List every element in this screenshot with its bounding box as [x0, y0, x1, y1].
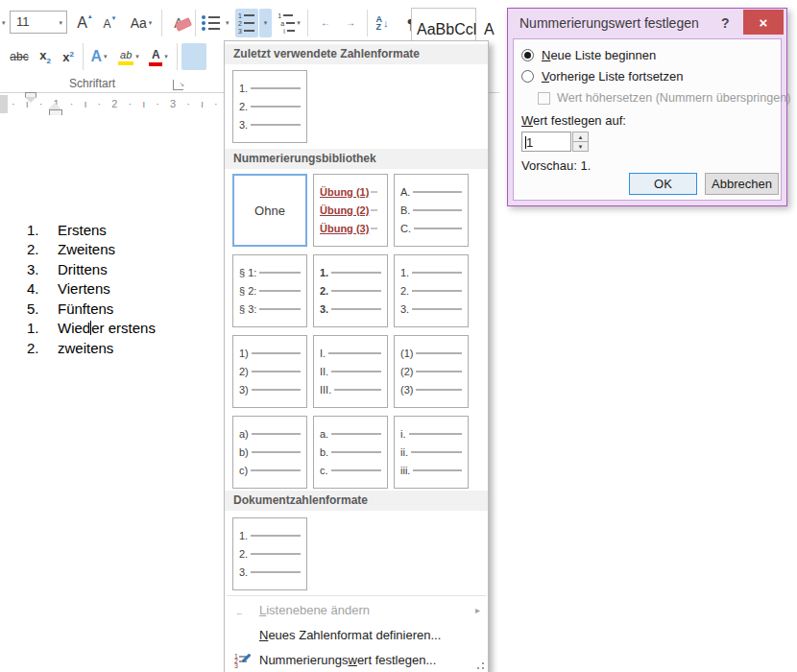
- font-size-combo-arrow[interactable]: ▾: [59, 19, 62, 27]
- document-formats-header: Dokumentzahlenformate: [225, 491, 488, 511]
- spin-up-button[interactable]: ▲: [573, 132, 588, 142]
- styles-gallery-item-next[interactable]: A: [484, 21, 495, 38]
- text-effects-button[interactable]: A ▾: [86, 44, 111, 69]
- list-item[interactable]: 2.zweitens: [27, 339, 113, 358]
- cancel-button[interactable]: Abbrechen: [705, 173, 779, 195]
- numbering-tile-paren-full[interactable]: (1) (2) (3): [394, 335, 469, 408]
- sort-button[interactable]: AZ ↓: [371, 11, 394, 36]
- grow-font-button[interactable]: A ▲: [74, 11, 96, 36]
- grow-font-caret-icon: ▲: [87, 13, 93, 19]
- ok-button[interactable]: OK: [629, 173, 697, 195]
- numbering-tile-roman-upper[interactable]: I. II. III.: [313, 335, 388, 408]
- text-effects-caret-icon: ▾: [104, 53, 108, 60]
- numbering-tile-alpha-dot[interactable]: a. b. c.: [313, 416, 388, 489]
- shrink-font-letter: A: [104, 17, 111, 31]
- font-color-button[interactable]: A ▾: [146, 44, 171, 69]
- menu-item-set-numbering-value[interactable]: 1 2 3 Nummerierungswert festlegen...: [225, 648, 488, 672]
- numbering-tile-number-plain[interactable]: 1. 2. 3.: [394, 254, 469, 327]
- font-size-combo[interactable]: 11 ▾: [10, 11, 67, 34]
- highlight-color-button[interactable]: ab ▾: [115, 44, 142, 69]
- menu-resize-grip[interactable]: [472, 658, 484, 669]
- numbering-tile-alpha-paren[interactable]: a) b) c): [232, 416, 307, 489]
- list-item[interactable]: 5.Fünftens: [27, 300, 113, 319]
- set-value-label: Wert festlegen auf:: [521, 113, 626, 128]
- numbering-dropdown-menu: Zuletzt verwendete Zahlenformate 1. 2. 3…: [224, 40, 489, 672]
- numbering-tile-none[interactable]: Ohne: [232, 174, 307, 247]
- change-case-caret-icon: ▾: [149, 19, 153, 27]
- increase-indent-button[interactable]: →: [338, 11, 361, 36]
- checkbox-advance-value[interactable]: [538, 92, 550, 105]
- numbering-tile-section[interactable]: § 1: § 2: § 3:: [232, 254, 307, 327]
- value-spinner: ▲ ▼: [572, 132, 589, 152]
- ruler-margin-block: [0, 95, 8, 113]
- decrease-indent-button[interactable]: ←: [313, 11, 336, 36]
- font-color-icon: A: [149, 48, 162, 66]
- multilevel-caret-icon: ▾: [297, 19, 301, 27]
- first-line-indent-marker-tip: [25, 97, 36, 103]
- sort-icon: AZ ↓: [376, 15, 389, 31]
- numbering-caret-button[interactable]: ▾: [259, 9, 272, 37]
- clear-formatting-icon: A: [174, 15, 182, 31]
- align-left-button[interactable]: [181, 43, 206, 70]
- numbering-caret-icon: ▾: [264, 19, 268, 27]
- change-case-icon: Aa: [131, 15, 147, 31]
- radio-new-list[interactable]: [521, 49, 534, 61]
- dialog-close-button[interactable]: ×: [743, 10, 784, 35]
- clear-formatting-button[interactable]: A: [165, 10, 192, 36]
- superscript-button[interactable]: x2: [58, 44, 79, 69]
- document-area[interactable]: 1.Erstens 2.Zweitens 3.Drittens 4.Vierte…: [0, 115, 224, 672]
- strikethrough-button[interactable]: abc: [6, 44, 33, 69]
- multilevel-list-button[interactable]: 1 a i ▾: [277, 11, 302, 36]
- font-dialog-launcher[interactable]: ↘: [173, 80, 183, 90]
- dialog-body: Neue Liste beginnen Vorherige Liste fort…: [513, 38, 782, 201]
- numbering-library-header: Nummerierungsbibliothek: [225, 149, 488, 169]
- numbering-tile-uebung[interactable]: Übung (1) Übung (2) Übung (3): [313, 174, 388, 247]
- font-name-combo-arrow[interactable]: ▾: [2, 19, 6, 27]
- close-icon: ×: [760, 14, 768, 31]
- radio-new-list-label[interactable]: Neue Liste beginnen: [542, 48, 656, 62]
- list-item[interactable]: 1.Erstens: [27, 221, 107, 240]
- spin-down-button[interactable]: ▼: [573, 142, 588, 151]
- radio-continue-list[interactable]: [521, 70, 534, 83]
- menu-separator: [227, 595, 486, 596]
- value-input[interactable]: 1: [521, 132, 571, 152]
- font-group-label: Schriftart: [69, 77, 115, 90]
- highlight-caret-icon: ▾: [135, 53, 139, 60]
- subscript-button[interactable]: x2: [35, 44, 56, 69]
- spin-down-icon: ▼: [578, 144, 584, 150]
- set-numbering-value-icon: 1 2 3: [230, 653, 254, 668]
- numbering-tile-paren-close[interactable]: 1) 2) 3): [232, 335, 307, 408]
- numbering-tile-document-format[interactable]: 1. 2. 3.: [232, 517, 307, 590]
- menu-item-change-list-level[interactable]: ← Listenebene ändern ▸: [225, 598, 488, 622]
- bullets-caret-icon[interactable]: ▾: [226, 19, 229, 27]
- hanging-indent-marker-tip[interactable]: [48, 103, 61, 109]
- numbering-tile-number-bold[interactable]: 1. 2. 3.: [313, 254, 388, 327]
- shrink-font-button[interactable]: A ▼: [99, 12, 121, 36]
- list-item[interactable]: 3.Drittens: [27, 260, 108, 279]
- radio-continue-list-label[interactable]: Vorherige Liste fortsetzen: [542, 69, 683, 84]
- change-case-button[interactable]: Aa ▾: [124, 11, 158, 36]
- subscript-icon: x2: [39, 48, 51, 65]
- list-item[interactable]: 2.Zweitens: [27, 240, 115, 259]
- font-size-value: 11: [16, 14, 30, 29]
- dialog-help-button[interactable]: ?: [721, 15, 730, 31]
- bullets-button[interactable]: [199, 11, 222, 36]
- dialog-title: Nummerierungswert festlegen: [519, 15, 699, 31]
- multilevel-list-icon: 1 a i: [278, 12, 295, 35]
- strikethrough-icon: abc: [10, 50, 28, 63]
- numbering-button[interactable]: 1 2 3: [235, 9, 258, 37]
- menu-item-define-new-format[interactable]: Neues Zahlenformat definieren...: [225, 623, 488, 647]
- bullets-icon: [202, 13, 220, 33]
- highlight-icon: ab: [118, 49, 133, 65]
- numbering-tile-recent[interactable]: 1. 2. 3.: [232, 70, 307, 143]
- text-effects-icon: A: [90, 48, 102, 65]
- numbering-tile-roman-lower[interactable]: i. ii. iii.: [394, 416, 469, 489]
- styles-gallery-item[interactable]: AaBbCcl: [417, 21, 476, 38]
- list-item-with-cursor[interactable]: 1.Wieder erstens: [27, 319, 156, 338]
- recent-formats-header: Zuletzt verwendete Zahlenformate: [225, 44, 488, 64]
- list-item[interactable]: 4.Viertens: [27, 279, 110, 299]
- numbering-icon: 1 2 3: [238, 12, 254, 35]
- checkbox-advance-value-label[interactable]: Wert höhersetzen (Nummern überspringen): [557, 91, 790, 105]
- numbering-tile-alpha-upper[interactable]: A. B. C.: [394, 174, 469, 247]
- word-window: ▾ 11 ▾ A ▲ A ▼ Aa ▾ A: [0, 0, 797, 672]
